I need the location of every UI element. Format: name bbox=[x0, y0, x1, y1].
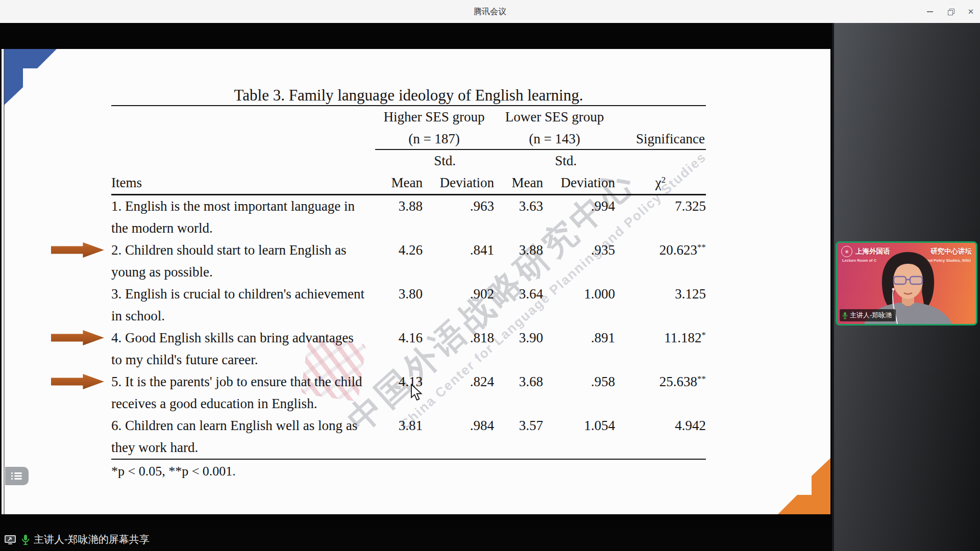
chi-square-value: 4.942 bbox=[615, 415, 706, 459]
col-header-std-lower: Std. Deviation bbox=[543, 150, 615, 194]
mouse-cursor bbox=[410, 384, 423, 401]
mean-lower: 3.57 bbox=[494, 415, 543, 459]
mean-higher: 4.26 bbox=[374, 239, 423, 283]
share-status-text: 主讲人-郑咏滟的屏幕共享 bbox=[34, 533, 150, 546]
chi-square-value: 20.623** bbox=[615, 239, 706, 283]
group-lower-ses: Lower SES group (n = 143) bbox=[494, 106, 615, 150]
col-header-chi-square: χ2 bbox=[615, 150, 706, 194]
mean-lower: 3.64 bbox=[494, 283, 543, 327]
sd-higher: .984 bbox=[423, 415, 494, 459]
window-controls: ✕ bbox=[926, 0, 977, 23]
table-row: 5. It is the parents' job to ensure that… bbox=[111, 371, 706, 415]
sd-higher: .902 bbox=[423, 283, 494, 327]
item-text: 4. Good English skills can bring advanta… bbox=[111, 327, 374, 371]
table-row: 1. English is the most important languag… bbox=[111, 195, 706, 239]
mean-lower: 3.63 bbox=[494, 195, 543, 239]
sd-lower: .994 bbox=[543, 195, 615, 239]
sd-lower: .891 bbox=[543, 327, 615, 371]
minimize-icon bbox=[927, 11, 933, 12]
col-header-std-higher: Std. Deviation bbox=[423, 150, 494, 194]
screen-share-icon bbox=[4, 535, 17, 545]
list-icon bbox=[11, 472, 22, 480]
chi-square-value: 7.325 bbox=[615, 195, 706, 239]
col-header-items: Items bbox=[111, 150, 374, 194]
close-button[interactable]: ✕ bbox=[967, 8, 975, 16]
restore-icon bbox=[948, 9, 953, 14]
presenter-video-thumbnail[interactable]: ✳ 上海外国语 研究中心讲坛 Lecture Room of C ning an… bbox=[836, 241, 977, 325]
window-title: 腾讯会议 bbox=[0, 0, 980, 23]
table-title: Table 3. Family language ideology of Eng… bbox=[111, 86, 706, 106]
group-significance: Significance bbox=[615, 106, 706, 150]
table-footnote: *p < 0.05, **p < 0.001. bbox=[111, 459, 706, 483]
table-column-header-row: Items Mean Std. Deviation Mean Std. Devi… bbox=[111, 150, 706, 195]
table-group-header-row: Higher SES group (n = 187) Lower SES gro… bbox=[111, 106, 706, 150]
chi-square-value: 3.125 bbox=[615, 283, 706, 327]
table-row: 2. Children should start to learn Englis… bbox=[111, 239, 706, 283]
slide-top-black-bar bbox=[0, 23, 832, 49]
sd-higher: .963 bbox=[423, 195, 494, 239]
microphone-icon bbox=[842, 312, 848, 319]
mean-higher: 3.81 bbox=[374, 415, 423, 459]
mean-lower: 3.90 bbox=[494, 327, 543, 371]
sd-higher: .818 bbox=[423, 327, 494, 371]
presenter-name: 主讲人-郑咏滟 bbox=[850, 311, 892, 320]
sd-higher: .824 bbox=[423, 371, 494, 415]
table-row: 4. Good English skills can bring advanta… bbox=[111, 327, 706, 371]
sd-lower: .958 bbox=[543, 371, 615, 415]
stats-table: Table 3. Family language ideology of Eng… bbox=[111, 86, 706, 483]
tencent-meeting-window: 腾讯会议 ✕ 中国外语战略研究中心 China Center for Langu… bbox=[0, 0, 980, 551]
item-text: 2. Children should start to learn Englis… bbox=[111, 239, 374, 283]
sd-lower: 1.054 bbox=[543, 415, 615, 459]
group-underline bbox=[375, 149, 706, 150]
microphone-icon bbox=[21, 534, 30, 545]
minimize-button[interactable] bbox=[926, 8, 934, 16]
chi-square-value: 11.182* bbox=[615, 327, 706, 371]
slide-corner-decoration-orange bbox=[774, 457, 830, 514]
table-row: 3. English is crucial to children's achi… bbox=[111, 283, 706, 327]
mean-higher: 3.80 bbox=[374, 283, 423, 327]
item-text: 3. English is crucial to children's achi… bbox=[111, 283, 374, 327]
col-header-mean-higher: Mean bbox=[374, 150, 423, 194]
window-titlebar: 腾讯会议 ✕ bbox=[0, 0, 980, 23]
col-header-mean-lower: Mean bbox=[494, 150, 543, 194]
mean-lower: 3.68 bbox=[494, 371, 543, 415]
chi-square-value: 25.638** bbox=[615, 371, 706, 415]
restore-button[interactable] bbox=[946, 8, 954, 16]
item-text: 5. It is the parents' job to ensure that… bbox=[111, 371, 374, 415]
table-row: 6. Children can learn English well as lo… bbox=[111, 415, 706, 459]
sd-higher: .841 bbox=[423, 239, 494, 283]
slide-corner-decoration-blue bbox=[4, 49, 57, 106]
item-text: 6. Children can learn English well as lo… bbox=[111, 415, 374, 459]
item-text: 1. English is the most important languag… bbox=[111, 195, 374, 239]
presenter-name-badge: 主讲人-郑咏滟 bbox=[840, 309, 896, 321]
mean-higher: 3.88 bbox=[374, 195, 423, 239]
annotation-toolbar-tab[interactable] bbox=[5, 467, 29, 485]
mean-higher: 4.16 bbox=[374, 327, 423, 371]
share-left-border bbox=[4, 49, 5, 514]
sd-lower: .935 bbox=[543, 239, 615, 283]
group-higher-ses: Higher SES group (n = 187) bbox=[374, 106, 494, 150]
mean-lower: 3.88 bbox=[494, 239, 543, 283]
sd-lower: 1.000 bbox=[543, 283, 615, 327]
